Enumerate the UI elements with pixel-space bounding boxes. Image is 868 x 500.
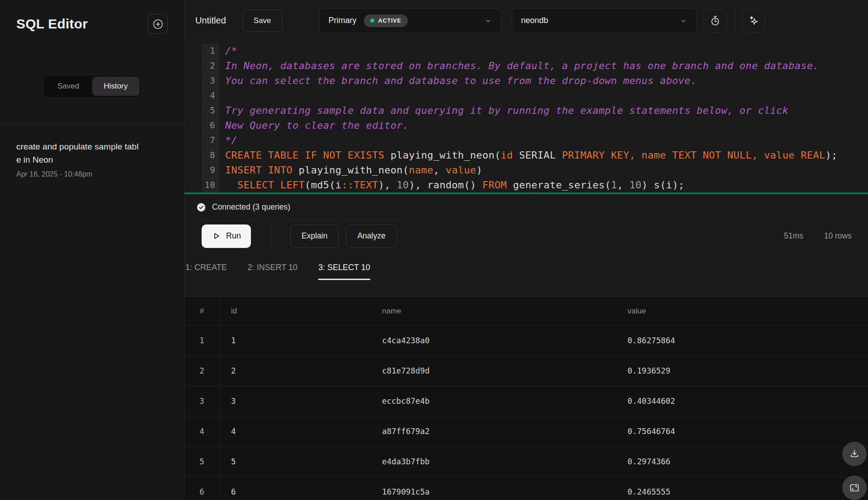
analyze-button[interactable]: Analyze	[346, 224, 396, 248]
sidebar: SQL Editor Saved History create and popu…	[0, 0, 184, 500]
table-cell: 5	[184, 447, 220, 477]
database-name: neondb	[521, 16, 548, 25]
main-panel: Untitled Save Primary ACTIVE neondb	[184, 0, 868, 500]
expand-icon	[849, 482, 860, 493]
query-file-name: Untitled	[195, 15, 226, 26]
code-line[interactable]: 3You can select the branch and database …	[184, 73, 868, 88]
code-text	[219, 88, 225, 103]
query-row-count: 10 rows	[824, 231, 852, 241]
table-cell: eccbc87e4b	[371, 386, 616, 416]
line-number: 4	[202, 88, 219, 103]
editor-topbar: Untitled Save Primary ACTIVE neondb	[184, 0, 868, 42]
code-line[interactable]: 8CREATE TABLE IF NOT EXISTS playing_with…	[184, 148, 868, 163]
table-cell: 3	[184, 386, 220, 416]
run-button[interactable]: Run	[202, 224, 251, 248]
code-editor[interactable]: 1/*2In Neon, databases are stored on bra…	[184, 42, 868, 194]
code-line[interactable]: 9INSERT INTO playing_with_neon(name, val…	[184, 163, 868, 178]
status-dot-icon	[370, 19, 374, 23]
results-table: #idnamevalue11c4ca4238a00.8627586422c81e…	[184, 296, 868, 500]
table-cell: c4ca4238a0	[371, 326, 616, 355]
table-cell: c81e728d9d	[371, 356, 616, 386]
download-icon	[849, 449, 860, 459]
table-cell: 4	[184, 416, 220, 446]
line-number: 2	[202, 58, 219, 73]
topbar-divider	[734, 6, 735, 36]
table-row[interactable]: 55e4da3b7fbb0.2974366	[184, 447, 868, 477]
code-text: In Neon, databases are stored on branche…	[219, 58, 819, 73]
column-header: name	[371, 297, 616, 325]
code-line[interactable]: 6New Query to clear the editor.	[184, 118, 868, 133]
database-select[interactable]: neondb	[512, 8, 697, 33]
branch-status-label: ACTIVE	[378, 18, 401, 24]
stopwatch-icon	[709, 15, 721, 27]
table-row[interactable]: 11c4ca4238a00.86275864	[184, 326, 868, 356]
code-line[interactable]: 4	[184, 88, 868, 103]
code-line[interactable]: 5Try generating sample data and querying…	[184, 103, 868, 118]
code-line[interactable]: 10 SELECT LEFT(md5(i::TEXT), 10), random…	[184, 178, 868, 192]
explain-button[interactable]: Explain	[290, 224, 339, 248]
result-tabs: 1: CREATE2: INSERT 103: SELECT 10	[184, 252, 868, 284]
table-cell: 6	[220, 477, 371, 500]
tab-saved[interactable]: Saved	[45, 77, 92, 96]
code-line[interactable]: 7*/	[184, 133, 868, 148]
sidebar-tabs-section: Saved History	[0, 48, 184, 124]
line-number: 5	[202, 103, 219, 118]
code-text: Try generating sample data and querying …	[219, 103, 788, 118]
table-cell: 2	[220, 356, 371, 386]
table-cell: 2	[184, 356, 220, 386]
play-icon	[212, 231, 221, 241]
table-cell: 0.75646764	[616, 416, 868, 446]
branch-select[interactable]: Primary ACTIVE	[319, 8, 502, 33]
actions-divider	[271, 226, 271, 247]
download-results-button[interactable]	[842, 442, 867, 466]
code-text: */	[219, 133, 237, 148]
history-list: create and populate sample table in Neon…	[0, 124, 184, 195]
column-header: #	[184, 297, 220, 325]
column-header: value	[616, 297, 868, 325]
connection-status-bar: Connected (3 queries)	[184, 194, 868, 220]
query-duration: 51ms	[784, 231, 803, 241]
check-circle-icon	[196, 202, 206, 212]
chevron-down-icon	[679, 17, 688, 25]
code-lines: 1/*2In Neon, databases are stored on bra…	[184, 43, 868, 192]
table-row[interactable]: 44a87ff679a20.75646764	[184, 416, 868, 447]
topbar-divider	[301, 0, 301, 41]
table-row[interactable]: 22c81e728d9d0.1936529	[184, 356, 868, 386]
line-number: 6	[202, 118, 219, 133]
column-header: id	[220, 297, 371, 325]
sparkles-icon	[748, 15, 760, 27]
history-item[interactable]: create and populate sample table in Neon…	[16, 140, 168, 178]
run-button-label: Run	[226, 231, 241, 241]
result-tab[interactable]: 1: CREATE	[185, 252, 227, 283]
tab-history[interactable]: History	[92, 77, 140, 96]
code-text: /*	[219, 43, 237, 58]
ai-assist-button[interactable]	[742, 9, 765, 33]
code-text: SELECT LEFT(md5(i::TEXT), 10), random() …	[219, 178, 684, 192]
page-title: SQL Editor	[16, 16, 88, 32]
plus-circle-icon	[152, 19, 164, 30]
table-cell: 1	[220, 326, 371, 355]
chevron-down-icon	[484, 17, 492, 25]
new-query-button[interactable]	[148, 14, 168, 34]
save-button[interactable]: Save	[242, 9, 283, 32]
table-cell: 0.86275864	[616, 326, 868, 355]
table-row[interactable]: 661679091c5a0.2465555	[184, 477, 868, 500]
line-number: 8	[202, 148, 219, 163]
connection-status-label: Connected (3 queries)	[212, 202, 290, 212]
result-tab[interactable]: 2: INSERT 10	[248, 252, 297, 283]
table-cell: 3	[220, 386, 371, 416]
result-tab[interactable]: 3: SELECT 10	[318, 252, 370, 283]
line-number: 3	[202, 73, 219, 88]
expand-results-button[interactable]	[842, 476, 867, 500]
sql-editor-app: SQL Editor Saved History create and popu…	[0, 0, 868, 500]
code-text: CREATE TABLE IF NOT EXISTS playing_with_…	[219, 148, 838, 163]
code-line[interactable]: 1/*	[184, 43, 868, 58]
query-history-button[interactable]	[703, 9, 727, 33]
line-number: 9	[202, 163, 219, 178]
code-line[interactable]: 2In Neon, databases are stored on branch…	[184, 58, 868, 73]
history-item-timestamp: Apr 16, 2025 - 10:46pm	[16, 170, 168, 178]
table-row[interactable]: 33eccbc87e4b0.40344602	[184, 386, 868, 416]
query-metrics: 51ms 10 rows	[784, 231, 852, 241]
sidebar-header: SQL Editor	[0, 0, 184, 48]
table-cell: 0.2465555	[616, 477, 868, 500]
